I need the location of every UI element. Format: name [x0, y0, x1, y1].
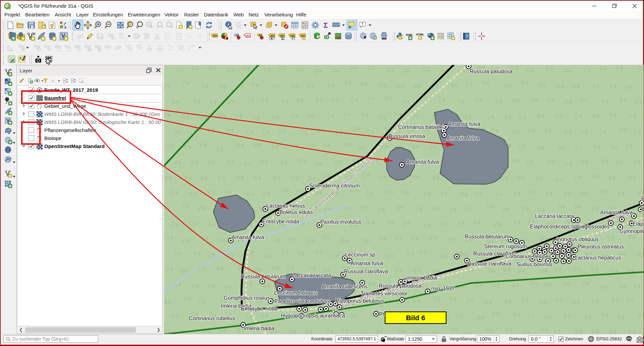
bookmark-manager-button[interactable] — [194, 20, 204, 30]
save-edits-button[interactable] — [95, 31, 105, 41]
shape-x1-button[interactable] — [83, 43, 93, 53]
zoom-native-button[interactable]: 1:1 — [145, 20, 155, 30]
add-wcs-layer-button[interactable] — [3, 145, 13, 155]
offline-editing-button[interactable] — [312, 31, 322, 41]
new-geopackage-button[interactable] — [16, 31, 26, 41]
filter-legend-button[interactable] — [42, 77, 50, 85]
reverse-line-button[interactable] — [124, 43, 134, 53]
help-book-button[interactable]: ? — [461, 31, 471, 41]
layer-label[interactable]: Pflanzengesellschaften — [44, 127, 96, 133]
modify-attributes-button[interactable] — [132, 31, 142, 41]
toolbar-handle[interactable] — [221, 21, 222, 29]
spin-arrows-icon[interactable] — [493, 336, 499, 342]
pin-unpin-labels-button[interactable]: ab — [256, 31, 266, 41]
dropdown-arrow-icon[interactable] — [58, 80, 60, 82]
magnifier-spinbox[interactable]: 100% — [477, 335, 499, 343]
dropdown-arrow-icon[interactable] — [13, 142, 15, 144]
layer-row-gebiet-und-wege[interactable]: Gebiet_und_Wege — [17, 102, 162, 110]
paste-features-button[interactable] — [174, 31, 184, 41]
layer-row-wms-lgrb-bw-gk50-geologische-k[interactable]: WMS LGRB-BW GK50: Geologische Karte 1 : … — [17, 118, 162, 126]
dropdown-arrow-icon[interactable] — [26, 47, 29, 49]
menu-hilfe[interactable]: Hilfe — [296, 12, 306, 17]
split-parts-button[interactable] — [135, 43, 145, 53]
color-grid-button[interactable] — [436, 31, 446, 41]
menu-ansicht[interactable]: Ansicht — [55, 12, 71, 17]
menu-vektor[interactable]: Vektor — [164, 12, 179, 17]
shape-capsule-button[interactable] — [113, 43, 123, 53]
layer-label[interactable]: Funde_WT_2017_2019 — [44, 87, 98, 93]
grid-new-button[interactable] — [446, 31, 456, 41]
toolbar-handle[interactable] — [356, 32, 357, 41]
new-virtual-box-button[interactable] — [59, 31, 69, 41]
wms-search-button[interactable] — [368, 31, 378, 41]
project-properties-button[interactable] — [47, 20, 57, 30]
menu-netz[interactable]: Netz — [249, 12, 259, 17]
crosshair-plugin-button[interactable] — [477, 31, 487, 41]
chevron-right-icon[interactable] — [21, 120, 26, 124]
menu-projekt[interactable]: Projekt — [4, 12, 20, 17]
new-shapefile-button[interactable] — [26, 31, 36, 41]
map-sketch-button[interactable] — [17, 54, 27, 64]
add-delimited-text-button[interactable] — [3, 96, 13, 107]
shape-star1-button[interactable] — [53, 43, 63, 53]
new-memory-layer-button[interactable] — [47, 31, 57, 41]
dropdown-arrow-icon[interactable] — [342, 24, 345, 26]
georeferencer-button[interactable] — [333, 31, 343, 41]
circular-arc-button[interactable] — [186, 43, 197, 53]
panel-close-icon[interactable] — [155, 67, 162, 73]
attribute-table-button[interactable] — [290, 20, 300, 30]
cut-features-button[interactable] — [152, 31, 162, 41]
menu-einstellungen[interactable]: Einstellungen — [93, 12, 123, 17]
restore-button[interactable] — [607, 1, 622, 10]
python-console-button[interactable]: > — [395, 31, 405, 41]
shape-star2-button[interactable] — [63, 43, 73, 53]
layer-label[interactable]: Biotope — [44, 135, 61, 141]
dropdown-arrow-icon[interactable] — [13, 161, 15, 163]
layer-diagram-button[interactable] — [220, 31, 230, 41]
layer-label[interactable]: WMS LGRB-BW GK50: Geologische Karte 1 : … — [44, 119, 161, 125]
toolbar-handle[interactable] — [3, 21, 4, 29]
shape-rotate-button[interactable] — [32, 43, 42, 53]
merge-features-button[interactable] — [165, 43, 175, 53]
toolbar-handle[interactable] — [31, 56, 33, 64]
toolbar-handle[interactable] — [3, 32, 4, 41]
add-gpx-layer-button[interactable] — [3, 116, 13, 126]
delete-selected-button[interactable] — [142, 31, 152, 41]
layer-labeling-button[interactable]: abc — [209, 31, 219, 41]
dropdown-arrow-icon[interactable] — [244, 24, 247, 26]
database-button[interactable] — [343, 31, 354, 41]
qfield-sync-button[interactable]: iD — [322, 31, 332, 41]
shape-x2-button[interactable] — [93, 43, 103, 53]
layer-label[interactable]: Baumfrei — [44, 95, 66, 101]
crs-globe-icon[interactable] — [588, 336, 594, 342]
menu-bearbeiten[interactable]: Bearbeiten — [25, 12, 50, 17]
statistics-button[interactable] — [300, 20, 310, 30]
deselect-button[interactable] — [280, 20, 290, 30]
measure-button[interactable] — [331, 20, 341, 30]
pan-map-button[interactable] — [73, 20, 83, 30]
show-bookmarks-button[interactable] — [184, 20, 194, 30]
collapse-all-button[interactable] — [69, 77, 77, 85]
shape-gear-button[interactable] — [73, 43, 83, 53]
expand-all-button[interactable] — [62, 77, 70, 85]
layer-row-funde-wt-2017-2019[interactable]: Funde_WT_2017_2019 — [17, 86, 162, 94]
screenshot-region-button[interactable] — [44, 54, 54, 64]
add-wms-layer-button[interactable] — [3, 135, 13, 145]
toolbar-handle[interactable] — [3, 56, 4, 64]
shape-hex-button[interactable] — [42, 43, 52, 53]
refresh-button[interactable] — [204, 20, 214, 30]
layer-row-baumfrei[interactable]: Baumfrei — [17, 94, 162, 102]
layer-label[interactable]: Gebiet_und_Wege — [44, 103, 86, 109]
add-mesh-layer-button[interactable] — [3, 87, 13, 97]
chevron-right-icon[interactable] — [21, 103, 26, 108]
layer-checkbox[interactable] — [29, 103, 34, 109]
toolbar-handle[interactable] — [3, 44, 4, 52]
toolbar-handle[interactable] — [70, 21, 71, 29]
processing-gear-button[interactable] — [310, 20, 320, 30]
layer-row-pflanzengesellschaften[interactable]: Pflanzengesellschaften — [17, 126, 162, 134]
menu-layer[interactable]: Layer — [76, 12, 89, 17]
menu-verarbeitung[interactable]: Verarbeitung — [264, 12, 293, 17]
current-edits-button[interactable] — [75, 31, 85, 41]
show-hide-labels-button[interactable]: abc — [267, 31, 277, 41]
new-project-button[interactable] — [5, 20, 15, 30]
